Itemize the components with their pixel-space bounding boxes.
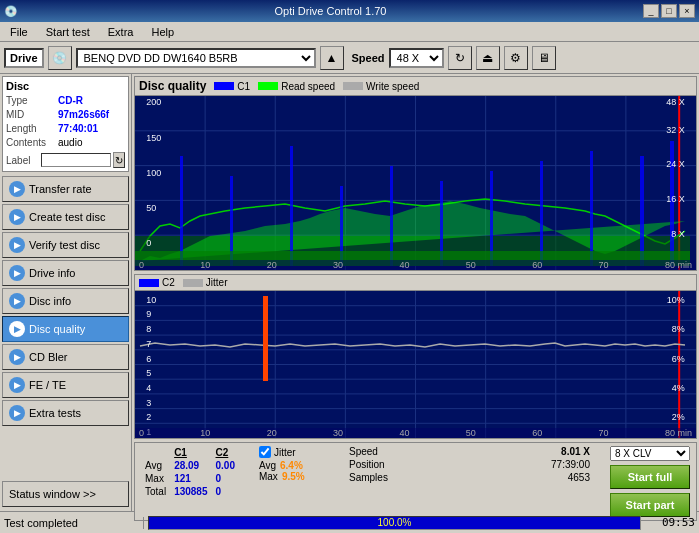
svg-rect-22 xyxy=(640,156,644,266)
drive-info-icon: ▶ xyxy=(9,265,25,281)
samples-label: Samples xyxy=(349,472,388,483)
disc-quality-icon: ▶ xyxy=(9,321,25,337)
svg-text:8%: 8% xyxy=(672,324,685,334)
x-label-0: 0 xyxy=(139,260,144,270)
window-title: Opti Drive Control 1.70 xyxy=(275,5,387,17)
speed-selector[interactable]: 48 X xyxy=(389,48,444,68)
jitter-max-label: Max xyxy=(259,471,278,482)
sidebar-item-cd-bler[interactable]: ▶ CD Bler xyxy=(2,344,129,370)
disc-label-input[interactable] xyxy=(41,153,111,167)
svg-text:0: 0 xyxy=(146,238,151,248)
progress-bar: 100.0% xyxy=(148,516,641,530)
jitter-max-val: 9.5% xyxy=(282,471,305,482)
disc-contents-val: audio xyxy=(58,136,82,150)
svg-text:16 X: 16 X xyxy=(666,194,685,204)
transfer-rate-label: Transfer rate xyxy=(29,183,92,195)
menu-bar: File Start test Extra Help xyxy=(0,22,699,42)
x-label-20: 20 xyxy=(267,260,277,270)
maximize-button[interactable]: □ xyxy=(661,4,677,18)
legend-c2: C2 xyxy=(139,277,175,288)
legend-write-label: Write speed xyxy=(366,81,419,92)
menu-help[interactable]: Help xyxy=(145,24,180,40)
jitter-avg-val: 6.4% xyxy=(280,460,303,471)
drive-arrow-btn[interactable]: ▲ xyxy=(320,46,344,70)
drive-selector[interactable]: BENQ DVD DD DW1640 B5RB xyxy=(76,48,316,68)
total-label: Total xyxy=(141,485,170,498)
c2-x-0: 0 xyxy=(139,428,144,438)
legend-write-color xyxy=(343,82,363,90)
sidebar-item-create-test-disc[interactable]: ▶ Create test disc xyxy=(2,204,129,230)
disc-info-icon: ▶ xyxy=(9,293,25,309)
legend-c2-color xyxy=(139,279,159,287)
refresh-btn[interactable]: ↻ xyxy=(448,46,472,70)
svg-rect-15 xyxy=(290,146,293,266)
c2-chart-panel: C2 Jitter xyxy=(134,274,697,439)
c2-x-80: 80 min xyxy=(665,428,692,438)
legend-read-color xyxy=(258,82,278,90)
svg-text:32 X: 32 X xyxy=(666,125,685,135)
sidebar-item-verify-test-disc[interactable]: ▶ Verify test disc xyxy=(2,232,129,258)
disc-info-panel: Disc TypeCD-R MID97m26s66f Length77:40:0… xyxy=(2,76,129,172)
transfer-rate-icon: ▶ xyxy=(9,181,25,197)
clv-selector[interactable]: 8 X CLV xyxy=(610,446,690,461)
jitter-stats: Jitter Avg 6.4% Max 9.5% xyxy=(259,446,329,482)
close-button[interactable]: × xyxy=(679,4,695,18)
x-label-50: 50 xyxy=(466,260,476,270)
fe-te-label: FE / TE xyxy=(29,379,66,391)
svg-text:150: 150 xyxy=(146,133,161,143)
minimize-button[interactable]: _ xyxy=(643,4,659,18)
max-c1: 121 xyxy=(170,472,211,485)
svg-rect-53 xyxy=(263,296,268,381)
menu-start-test[interactable]: Start test xyxy=(40,24,96,40)
display-btn[interactable]: 🖥 xyxy=(532,46,556,70)
status-window-label: Status window >> xyxy=(9,488,96,500)
sidebar-item-drive-info[interactable]: ▶ Drive info xyxy=(2,260,129,286)
sidebar-item-fe-te[interactable]: ▶ FE / TE xyxy=(2,372,129,398)
svg-text:9: 9 xyxy=(146,309,151,319)
jitter-avg-label: Avg xyxy=(259,460,276,471)
progress-text: 100.0% xyxy=(149,517,640,529)
chart1-svg: 48 X 32 X 24 X 16 X 8 X 200 150 100 50 0 xyxy=(135,96,696,270)
col-c2-header: C2 xyxy=(212,446,239,459)
sidebar-item-disc-info[interactable]: ▶ Disc info xyxy=(2,288,129,314)
disc-section-title: Disc xyxy=(6,80,125,92)
sidebar-item-extra-tests[interactable]: ▶ Extra tests xyxy=(2,400,129,426)
disc-contents-key: Contents xyxy=(6,136,58,150)
x-label-80: 80 min xyxy=(665,260,692,270)
svg-text:2%: 2% xyxy=(672,412,685,422)
x-label-60: 60 xyxy=(532,260,542,270)
x-label-10: 10 xyxy=(200,260,210,270)
app-icon: 💿 xyxy=(4,5,18,18)
svg-text:6: 6 xyxy=(146,354,151,364)
svg-text:48 X: 48 X xyxy=(666,97,685,107)
svg-text:3: 3 xyxy=(146,398,151,408)
c2-x-20: 20 xyxy=(267,428,277,438)
sidebar-item-transfer-rate[interactable]: ▶ Transfer rate xyxy=(2,176,129,202)
max-label: Max xyxy=(141,472,170,485)
time-display: 09:53 xyxy=(645,516,695,529)
status-window-btn[interactable]: Status window >> xyxy=(2,481,129,507)
menu-extra[interactable]: Extra xyxy=(102,24,140,40)
jitter-checkbox[interactable] xyxy=(259,446,271,458)
stats-area: C1 C2 Avg 28.09 0.00 Max 121 0 Total xyxy=(134,442,697,521)
action-buttons: 8 X CLV Start full Start part xyxy=(610,446,690,517)
svg-text:4%: 4% xyxy=(672,383,685,393)
c2-x-30: 30 xyxy=(333,428,343,438)
create-test-icon: ▶ xyxy=(9,209,25,225)
menu-file[interactable]: File xyxy=(4,24,34,40)
sidebar-item-disc-quality[interactable]: ▶ Disc quality xyxy=(2,316,129,342)
start-part-button[interactable]: Start part xyxy=(610,493,690,517)
max-c2: 0 xyxy=(212,472,239,485)
start-full-button[interactable]: Start full xyxy=(610,465,690,489)
extra-tests-label: Extra tests xyxy=(29,407,81,419)
position-val: 77:39:00 xyxy=(551,459,590,470)
svg-text:50: 50 xyxy=(146,203,156,213)
drive-info-label: Drive info xyxy=(29,267,75,279)
settings-btn[interactable]: ⚙ xyxy=(504,46,528,70)
disc-refresh-btn[interactable]: ↻ xyxy=(113,152,125,168)
eject-btn[interactable]: ⏏ xyxy=(476,46,500,70)
disc-type-val: CD-R xyxy=(58,94,83,108)
chart2-svg: 10 9 8 7 6 5 4 3 2 1 10% 8% 6% 4% 2% xyxy=(135,291,696,438)
position-label: Position xyxy=(349,459,385,470)
svg-text:2: 2 xyxy=(146,412,151,422)
